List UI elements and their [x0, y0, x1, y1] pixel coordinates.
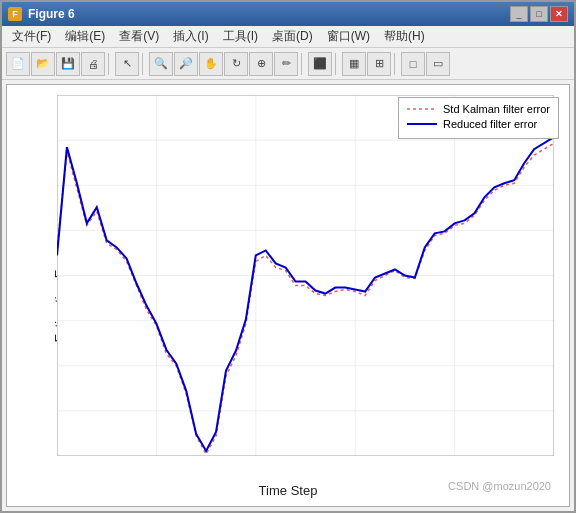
- menu-bar: 文件(F) 编辑(E) 查看(V) 插入(I) 工具(I) 桌面(D) 窗口(W…: [2, 26, 574, 48]
- legend-label-reduced: Reduced filter error: [443, 118, 537, 130]
- menu-view[interactable]: 查看(V): [113, 26, 165, 47]
- legend: Std Kalman filter error Reduced filter e…: [398, 97, 559, 139]
- new-button[interactable]: 📄: [6, 52, 30, 76]
- maximize-button[interactable]: □: [530, 6, 548, 22]
- window-title: Figure 6: [28, 7, 75, 21]
- title-bar-left: F Figure 6: [8, 7, 75, 21]
- pan-button[interactable]: ✋: [199, 52, 223, 76]
- title-buttons: _ □ ✕: [510, 6, 568, 22]
- watermark: CSDN @mozun2020: [448, 480, 551, 492]
- separator-4: [335, 53, 339, 75]
- chart-svg-container: 1.5 1 0.5 0 -0.5 -1 -1.5 -2 0 10 20 30 4…: [57, 95, 554, 456]
- legend-item-reduced: Reduced filter error: [407, 118, 550, 130]
- kalman-line: [57, 143, 554, 454]
- title-bar: F Figure 6 _ □ ✕: [2, 2, 574, 26]
- minimize-button[interactable]: _: [510, 6, 528, 22]
- toolbar: 📄 📂 💾 🖨 ↖ 🔍 🔎 ✋ ↻ ⊕ ✏ ⬛ ▦ ⊞ □ ▭: [2, 48, 574, 80]
- axes-button[interactable]: ⊞: [367, 52, 391, 76]
- menu-insert[interactable]: 插入(I): [167, 26, 214, 47]
- legend-line-kalman: [407, 104, 437, 114]
- x-axis-label: Time Step: [259, 483, 318, 498]
- legend-item-kalman: Std Kalman filter error: [407, 103, 550, 115]
- menu-help[interactable]: 帮助(H): [378, 26, 431, 47]
- brush-button[interactable]: ✏: [274, 52, 298, 76]
- legend-label-kalman: Std Kalman filter error: [443, 103, 550, 115]
- zoom-in-button[interactable]: 🔍: [149, 52, 173, 76]
- link-button[interactable]: ⬛: [308, 52, 332, 76]
- menu-edit[interactable]: 编辑(E): [59, 26, 111, 47]
- rect-button[interactable]: ▭: [426, 52, 450, 76]
- menu-file[interactable]: 文件(F): [6, 26, 57, 47]
- cursor-button[interactable]: ↖: [115, 52, 139, 76]
- plot-area: Estimation Error: [6, 84, 570, 507]
- separator-1: [108, 53, 112, 75]
- grid-button[interactable]: ▦: [342, 52, 366, 76]
- save-button[interactable]: 💾: [56, 52, 80, 76]
- menu-window[interactable]: 窗口(W): [321, 26, 376, 47]
- legend-line-reduced: [407, 119, 437, 129]
- chart-svg: 1.5 1 0.5 0 -0.5 -1 -1.5 -2 0 10 20 30 4…: [57, 95, 554, 456]
- main-window: F Figure 6 _ □ ✕ 文件(F) 编辑(E) 查看(V) 插入(I)…: [0, 0, 576, 513]
- zoom-out-button[interactable]: 🔎: [174, 52, 198, 76]
- menu-desktop[interactable]: 桌面(D): [266, 26, 319, 47]
- app-icon: F: [8, 7, 22, 21]
- reduced-line: [57, 137, 554, 451]
- separator-3: [301, 53, 305, 75]
- rotate-button[interactable]: ↻: [224, 52, 248, 76]
- data-cursor-button[interactable]: ⊕: [249, 52, 273, 76]
- separator-2: [142, 53, 146, 75]
- print-button[interactable]: 🖨: [81, 52, 105, 76]
- separator-5: [394, 53, 398, 75]
- square-button[interactable]: □: [401, 52, 425, 76]
- open-button[interactable]: 📂: [31, 52, 55, 76]
- menu-tools[interactable]: 工具(I): [217, 26, 264, 47]
- close-button[interactable]: ✕: [550, 6, 568, 22]
